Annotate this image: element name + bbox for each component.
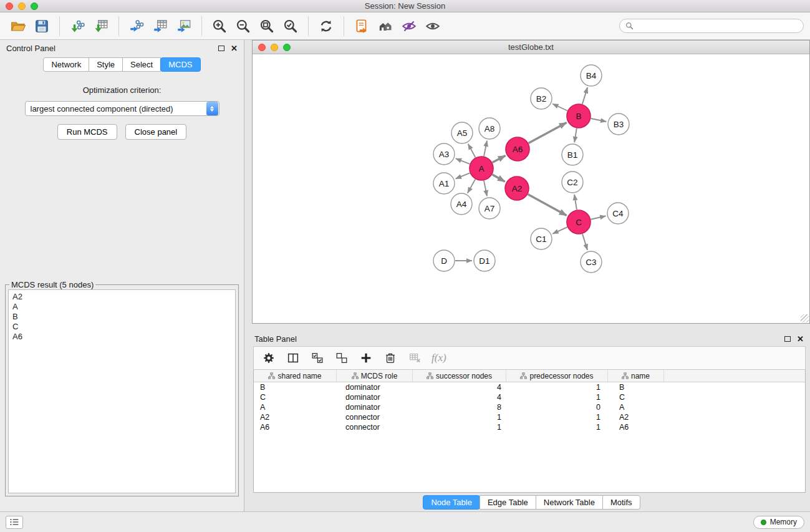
graph-node-C[interactable]: C bbox=[567, 210, 591, 234]
graph-node-C4[interactable]: C4 bbox=[607, 203, 629, 224]
delete-icon[interactable] bbox=[383, 351, 398, 365]
zoom-out-icon[interactable] bbox=[231, 16, 255, 37]
table-column-header[interactable]: MCDS role bbox=[337, 370, 413, 382]
graph-node-B[interactable]: B bbox=[567, 104, 591, 128]
network-window-controls bbox=[258, 44, 291, 51]
control-panel-tab[interactable]: Style bbox=[89, 57, 123, 72]
graph-node-A4[interactable]: A4 bbox=[451, 193, 472, 215]
network-canvas[interactable]: B4B2BB3A8A5A6A3B1AA1C2A2A4A7C4CC1C3DD1 bbox=[253, 54, 809, 323]
first-neighbors-icon[interactable] bbox=[350, 16, 374, 37]
zoom-in-icon[interactable] bbox=[208, 16, 231, 37]
export-image-icon[interactable] bbox=[172, 16, 196, 37]
add-column-icon[interactable] bbox=[359, 351, 374, 365]
graph-node-A1[interactable]: A1 bbox=[433, 173, 455, 194]
mcds-result-item[interactable]: C bbox=[12, 322, 231, 332]
table-column-header[interactable]: successor nodes bbox=[413, 370, 506, 382]
delete-table-icon[interactable] bbox=[407, 351, 422, 365]
graph-node-A2[interactable]: A2 bbox=[505, 177, 529, 200]
graph-node-A[interactable]: A bbox=[470, 157, 493, 180]
graph-node-D[interactable]: D bbox=[433, 250, 455, 271]
zoom-fit-icon[interactable] bbox=[255, 16, 279, 37]
network-minimize-button[interactable] bbox=[271, 44, 278, 51]
node-table: shared name bbox=[253, 370, 806, 493]
control-panel-tab[interactable]: Select bbox=[122, 57, 161, 72]
criterion-dropdown[interactable]: largest connected component (directed) bbox=[25, 101, 219, 116]
import-network-icon[interactable] bbox=[65, 16, 89, 37]
close-panel-button[interactable]: Close panel bbox=[125, 124, 187, 140]
graph-node-B2[interactable]: B2 bbox=[531, 88, 552, 109]
open-session-icon[interactable] bbox=[6, 16, 30, 37]
toolbar-divider bbox=[59, 16, 60, 36]
table-row[interactable]: B dominator 4 1 B bbox=[254, 382, 805, 392]
deselect-all-icon[interactable] bbox=[334, 351, 349, 365]
table-tab[interactable]: Motifs bbox=[602, 495, 640, 510]
table-panel: Table Panel ✕ bbox=[253, 331, 810, 511]
close-window-button[interactable] bbox=[6, 2, 13, 10]
cell-shared-name: A2 bbox=[254, 412, 337, 422]
close-table-panel-icon[interactable]: ✕ bbox=[797, 335, 804, 343]
gear-icon[interactable] bbox=[261, 351, 276, 365]
home-icon[interactable] bbox=[374, 16, 397, 37]
mcds-result-item[interactable]: A6 bbox=[12, 332, 231, 342]
search-input[interactable] bbox=[637, 21, 798, 31]
resize-grip[interactable] bbox=[801, 314, 809, 322]
import-table-icon[interactable] bbox=[89, 16, 113, 37]
table-row[interactable]: C dominator 4 1 C bbox=[254, 392, 805, 402]
control-panel-tab[interactable]: Network bbox=[43, 57, 89, 72]
network-close-button[interactable] bbox=[258, 44, 266, 51]
cell-name: B bbox=[608, 382, 664, 392]
column-view-icon[interactable] bbox=[286, 351, 301, 365]
table-row[interactable]: A6 connector 1 1 A6 bbox=[254, 422, 805, 432]
close-panel-icon[interactable]: ✕ bbox=[231, 44, 238, 52]
show-graphics-eye-icon[interactable] bbox=[421, 16, 445, 37]
graph-node-B4[interactable]: B4 bbox=[581, 65, 602, 86]
zoom-selected-icon[interactable] bbox=[279, 16, 302, 37]
table-column-header[interactable]: shared name bbox=[254, 370, 337, 382]
svg-text:C1: C1 bbox=[536, 235, 546, 244]
table-column-header[interactable]: predecessor nodes bbox=[506, 370, 608, 382]
zoom-window-button[interactable] bbox=[31, 2, 38, 10]
float-panel-icon[interactable] bbox=[218, 46, 224, 51]
task-history-button[interactable] bbox=[6, 516, 23, 529]
save-session-icon[interactable] bbox=[30, 16, 54, 37]
mcds-result-list[interactable]: A2ABCA6 bbox=[8, 289, 236, 493]
graph-node-C1[interactable]: C1 bbox=[531, 228, 552, 249]
network-window-titlebar[interactable]: testGlobe.txt bbox=[253, 41, 809, 54]
graph-node-B1[interactable]: B1 bbox=[562, 144, 583, 165]
function-builder-icon[interactable]: f(x) bbox=[432, 352, 446, 364]
select-all-icon[interactable] bbox=[310, 351, 325, 365]
graph-node-A5[interactable]: A5 bbox=[451, 122, 473, 143]
column-tree-icon bbox=[520, 372, 527, 379]
mcds-result-item[interactable]: A bbox=[12, 302, 231, 312]
table-row[interactable]: A2 connector 1 1 A2 bbox=[254, 412, 805, 422]
table-row[interactable]: A dominator 8 0 A bbox=[254, 402, 805, 412]
mcds-result-item[interactable]: B bbox=[12, 312, 231, 322]
export-network-icon[interactable] bbox=[125, 16, 148, 37]
run-mcds-button[interactable]: Run MCDS bbox=[57, 124, 117, 140]
search-field[interactable] bbox=[619, 19, 804, 33]
table-tab[interactable]: Network Table bbox=[536, 495, 603, 510]
graph-node-A8[interactable]: A8 bbox=[479, 118, 500, 139]
mcds-result-item[interactable]: A2 bbox=[12, 292, 231, 302]
graph-node-C3[interactable]: C3 bbox=[581, 251, 602, 273]
graph-node-A7[interactable]: A7 bbox=[479, 198, 500, 219]
table-tab[interactable]: Edge Table bbox=[480, 495, 536, 510]
float-table-panel-icon[interactable] bbox=[784, 336, 791, 342]
minimize-window-button[interactable] bbox=[18, 2, 26, 10]
control-panel-tab[interactable]: MCDS bbox=[160, 57, 200, 72]
search-icon bbox=[625, 22, 634, 30]
table-column-header[interactable]: name bbox=[608, 370, 664, 382]
network-graph[interactable]: B4B2BB3A8A5A6A3B1AA1C2A2A4A7C4CC1C3DD1 bbox=[253, 54, 809, 323]
table-tab[interactable]: Node Table bbox=[423, 495, 480, 510]
graph-node-D1[interactable]: D1 bbox=[474, 250, 495, 271]
graph-node-A6[interactable]: A6 bbox=[506, 137, 529, 161]
graph-node-B3[interactable]: B3 bbox=[608, 114, 629, 135]
graph-node-A3[interactable]: A3 bbox=[433, 143, 455, 165]
graph-node-C2[interactable]: C2 bbox=[562, 172, 583, 193]
refresh-icon[interactable] bbox=[314, 16, 338, 37]
svg-text:A: A bbox=[478, 164, 484, 173]
network-zoom-button[interactable] bbox=[283, 44, 291, 51]
memory-button[interactable]: Memory bbox=[753, 516, 804, 529]
export-table-icon[interactable] bbox=[148, 16, 172, 37]
hide-graphics-eye-icon[interactable] bbox=[397, 16, 421, 37]
